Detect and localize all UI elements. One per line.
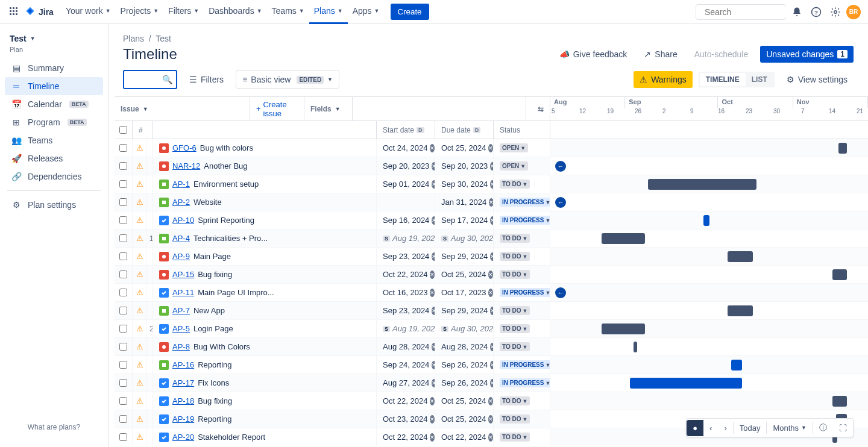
clear-date-icon[interactable]: ✕ — [430, 270, 435, 279]
clear-date-icon[interactable]: ✕ — [489, 198, 494, 207]
gantt-bar[interactable] — [634, 342, 637, 352]
row-warning-icon[interactable]: ⚠ — [133, 410, 147, 428]
issue-key-link[interactable]: AP-15 — [172, 270, 194, 279]
date-cell[interactable]: Sep 17, 2024✕ — [435, 211, 494, 229]
sidebar-item-releases[interactable]: 🚀Releases — [5, 149, 103, 167]
view-mode-button[interactable]: ≡ Basic view EDITED ▼ — [236, 70, 339, 89]
gantt-row[interactable] — [550, 338, 868, 356]
gantt-row[interactable] — [550, 392, 868, 410]
app-switcher-icon[interactable] — [7, 5, 22, 19]
row-checkbox[interactable] — [115, 338, 133, 355]
issue-key-link[interactable]: AP-1 — [172, 180, 190, 189]
clear-date-icon[interactable]: ✕ — [488, 289, 493, 297]
column-resize-handle[interactable]: ⇆ — [526, 97, 550, 120]
gantt-bar[interactable] — [832, 269, 847, 280]
give-feedback-button[interactable]: 📣Give feedback — [555, 46, 632, 63]
status-cell[interactable]: IN PROGRESS ▼ — [494, 193, 550, 211]
gantt-row[interactable] — [550, 266, 868, 284]
gantt-bar[interactable] — [602, 233, 645, 244]
scroll-start-button[interactable]: ● — [687, 420, 703, 436]
status-badge[interactable]: TO DO ▼ — [500, 396, 530, 405]
row-warning-icon[interactable]: ⚠ — [133, 193, 147, 211]
status-badge[interactable]: TO DO ▼ — [500, 234, 530, 243]
nav-item-your-work[interactable]: Your work▼ — [61, 0, 116, 24]
gantt-bar[interactable] — [703, 215, 709, 226]
date-cell[interactable]: Sep 23, 2024✕ — [377, 302, 435, 319]
view-settings-button[interactable]: ⚙View settings — [781, 71, 854, 88]
date-cell[interactable]: Aug 28, 2024✕ — [377, 338, 435, 355]
row-warning-icon[interactable]: ⚠ — [133, 230, 147, 247]
clear-date-icon[interactable]: ✕ — [490, 343, 494, 351]
clear-date-icon[interactable]: ✕ — [490, 252, 494, 261]
issue-cell[interactable]: AP-11 Main Page UI Impro... — [153, 284, 377, 301]
status-cell[interactable]: TO DO ▼ — [494, 302, 550, 319]
clear-date-icon[interactable]: ✕ — [490, 361, 494, 369]
status-cell[interactable]: IN PROGRESS ▼ — [494, 356, 550, 374]
sidebar-item-dependencies[interactable]: 🔗Dependencies — [5, 167, 103, 186]
status-badge[interactable]: TO DO ▼ — [500, 433, 530, 442]
status-badge[interactable]: TO DO ▼ — [500, 342, 530, 351]
gantt-bar[interactable] — [731, 360, 742, 370]
gantt-row[interactable]: ← — [550, 193, 868, 211]
status-badge[interactable]: IN PROGRESS ▼ — [500, 288, 550, 297]
column-due-date[interactable]: Due dateD — [435, 121, 494, 139]
status-cell[interactable]: TO DO ▼ — [494, 266, 550, 283]
warnings-button[interactable]: ⚠Warnings — [634, 71, 693, 88]
filters-button[interactable]: ☰Filters — [183, 71, 230, 88]
date-cell[interactable]: Oct 22, 2024✕ — [377, 392, 435, 410]
info-icon[interactable]: ⓘ — [813, 419, 833, 437]
issue-cell[interactable]: AP-8 Bug With Colors — [153, 338, 377, 355]
gantt-row[interactable] — [550, 211, 868, 230]
status-cell[interactable]: TO DO ▼ — [494, 428, 550, 446]
gantt-row[interactable]: ← — [550, 284, 868, 302]
date-cell[interactable]: Sep 26, 2024✕ — [435, 356, 494, 374]
row-checkbox[interactable] — [115, 248, 133, 265]
row-warning-icon[interactable]: ⚠ — [133, 139, 147, 157]
issue-cell[interactable]: AP-9 Main Page — [153, 248, 377, 265]
date-cell[interactable]: SAug 19, 2024 — [377, 230, 435, 247]
issue-key-link[interactable]: GFO-6 — [172, 143, 197, 152]
issue-cell[interactable]: AP-20 Stakeholder Report — [153, 428, 377, 446]
create-button[interactable]: Create — [391, 4, 429, 20]
issue-key-link[interactable]: AP-8 — [172, 342, 190, 351]
issue-key-link[interactable]: AP-18 — [172, 396, 194, 405]
date-cell[interactable]: Oct 22, 2024✕ — [377, 428, 435, 446]
date-cell[interactable]: Aug 28, 2024✕ — [435, 338, 494, 355]
row-checkbox[interactable] — [115, 139, 133, 157]
row-checkbox[interactable] — [115, 374, 133, 392]
issue-cell[interactable]: AP-4 Technicalities + Pro... — [153, 230, 377, 247]
issue-cell[interactable]: GFO-6 Bug with colors — [153, 139, 377, 157]
row-checkbox[interactable] — [115, 302, 133, 319]
row-checkbox[interactable] — [115, 175, 133, 193]
issue-cell[interactable]: AP-10 Sprint Reporting — [153, 211, 377, 229]
zoom-unit-select[interactable]: Months▼ — [767, 420, 813, 436]
date-cell[interactable]: Sep 20, 2023✕ — [377, 157, 435, 175]
issue-cell[interactable]: AP-18 Bug fixing — [153, 392, 377, 410]
global-search[interactable] — [696, 4, 786, 20]
sidebar-item-summary[interactable]: ▤Summary — [5, 59, 103, 77]
row-warning-icon[interactable]: ⚠ — [133, 356, 147, 374]
issue-key-link[interactable]: AP-11 — [172, 288, 194, 297]
jira-logo[interactable]: Jira — [24, 6, 54, 18]
clear-date-icon[interactable]: ✕ — [430, 289, 435, 297]
issue-key-link[interactable]: AP-10 — [172, 216, 194, 225]
gantt-bar[interactable] — [630, 378, 742, 389]
user-avatar[interactable]: BR — [846, 5, 861, 19]
issue-key-link[interactable]: AP-19 — [172, 414, 194, 424]
gantt-row[interactable] — [550, 175, 868, 193]
sidebar-item-timeline[interactable]: ═Timeline — [5, 77, 103, 95]
date-cell[interactable]: Sep 01, 2024✕ — [377, 175, 435, 193]
status-cell[interactable]: TO DO ▼ — [494, 248, 550, 265]
status-cell[interactable]: OPEN ▼ — [494, 157, 550, 175]
gantt-row[interactable]: ← — [550, 157, 868, 175]
clear-date-icon[interactable]: ✕ — [490, 216, 494, 225]
status-cell[interactable]: TO DO ▼ — [494, 175, 550, 193]
issue-key-link[interactable]: AP-5 — [172, 324, 190, 333]
clear-date-icon[interactable]: ✕ — [490, 379, 494, 387]
issue-cell[interactable]: AP-5 Login Page — [153, 320, 377, 337]
date-cell[interactable]: Sep 23, 2024✕ — [377, 248, 435, 265]
clear-date-icon[interactable]: ✕ — [488, 144, 493, 152]
date-cell[interactable]: SAug 19, 2024 — [377, 320, 435, 337]
status-badge[interactable]: OPEN ▼ — [500, 161, 528, 170]
clear-date-icon[interactable]: ✕ — [430, 397, 435, 405]
